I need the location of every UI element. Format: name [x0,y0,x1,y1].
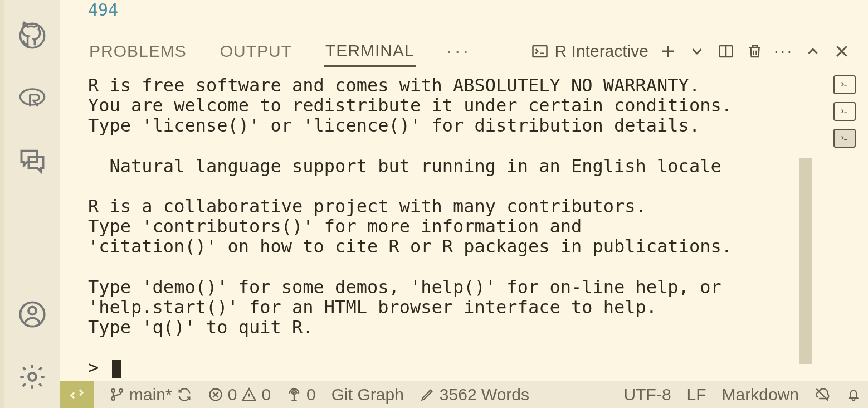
settings-gear-icon[interactable] [17,361,48,392]
svg-point-4 [28,373,36,381]
language-mode-status[interactable]: Markdown [722,385,799,404]
r-language-icon[interactable] [17,82,48,114]
encoding-label: UTF-8 [624,385,671,404]
window-edge [0,0,4,408]
svg-point-9 [119,389,123,392]
svg-point-3 [28,307,36,315]
radio-tower-icon [286,387,302,402]
kill-terminal-button[interactable] [745,42,764,61]
status-bar: main* 0 0 0 Git Graph 3562 Words UTF-8 [60,381,868,408]
maximize-panel-button[interactable] [803,42,822,61]
svg-point-8 [111,397,115,400]
terminal-instance-3-active[interactable] [833,129,856,148]
terminal-instance-2[interactable] [833,102,856,121]
terminal-side-list [821,67,868,381]
error-icon [208,387,223,402]
encoding-status[interactable]: UTF-8 [624,385,671,404]
svg-point-7 [111,389,115,392]
panel-actions: R Interactive ··· [530,42,868,61]
tab-overflow[interactable]: ··· [447,41,472,61]
language-label: Markdown [722,385,799,404]
terminal-scrollbar[interactable] [799,74,812,375]
line-number: 494 [88,0,118,20]
eol-status[interactable]: LF [687,385,706,404]
git-graph-label: Git Graph [331,385,404,404]
word-count-status[interactable]: 3562 Words [420,385,529,404]
activity-bar [4,0,60,408]
ports-count: 0 [306,385,316,404]
git-branch-label: main* [129,385,172,404]
warning-icon [241,387,257,402]
terminal-instance-1[interactable] [833,75,856,94]
terminal-view[interactable]: R is free software and comes with ABSOLU… [60,67,821,381]
warnings-count: 0 [261,385,271,404]
tab-problems[interactable]: PROBLEMS [88,36,188,66]
terminal-cursor [112,360,121,378]
scrollbar-thumb[interactable] [799,158,812,364]
new-terminal-button[interactable] [659,42,677,61]
sync-icon[interactable] [177,387,192,402]
svg-point-11 [293,392,295,395]
problems-status[interactable]: 0 0 [208,385,271,404]
panel-tab-bar: PROBLEMS OUTPUT TERMINAL ··· R Interacti… [60,35,868,67]
errors-count: 0 [228,385,237,404]
ports-status[interactable]: 0 [286,385,316,404]
chat-icon[interactable] [17,145,48,176]
svg-rect-5 [533,46,547,57]
terminal-icon [530,42,549,61]
pencil-icon [420,387,435,402]
github-icon[interactable] [17,20,48,51]
cloud-off-icon[interactable] [815,387,830,402]
panel-body: R is free software and comes with ABSOLU… [60,67,868,381]
notifications-bell-icon[interactable] [846,387,861,402]
terminal-name[interactable]: R Interactive [530,42,648,61]
close-panel-button[interactable] [832,42,851,61]
terminal-prompt: > [88,357,110,378]
git-branch-status[interactable]: main* [109,385,192,404]
git-graph-button[interactable]: Git Graph [331,385,404,404]
terminal-name-label: R Interactive [555,42,648,61]
tab-output[interactable]: OUTPUT [219,36,293,66]
tab-terminal[interactable]: TERMINAL [324,36,416,67]
main-area: 494 PROBLEMS OUTPUT TERMINAL ··· R Inter… [60,0,868,408]
word-count-label: 3562 Words [440,385,529,404]
split-terminal-button[interactable] [716,42,735,61]
panel-more-actions[interactable]: ··· [774,42,793,61]
chevron-down-icon[interactable] [687,42,706,61]
eol-label: LF [687,385,706,404]
terminal-output-text: R is free software and comes with ABSOLU… [88,75,732,338]
account-icon[interactable] [17,299,48,330]
editor-gutter-fragment: 494 [60,0,868,35]
remote-indicator[interactable] [60,381,94,408]
svg-point-1 [20,89,44,105]
panel: PROBLEMS OUTPUT TERMINAL ··· R Interacti… [60,35,868,381]
